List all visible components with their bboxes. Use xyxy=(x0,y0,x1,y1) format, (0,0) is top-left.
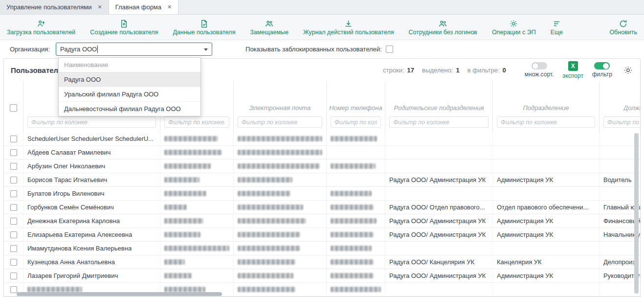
column-filter-input-name[interactable] xyxy=(27,116,156,128)
cell-division xyxy=(493,187,600,200)
settings-gear-icon[interactable] xyxy=(623,65,633,75)
panel-title: Пользователи xyxy=(11,66,63,74)
close-icon[interactable]: ✕ xyxy=(167,4,172,10)
row-checkbox[interactable] xyxy=(10,163,17,170)
filter-control: фильтр xyxy=(592,62,612,78)
column-header-label: Должность xyxy=(623,104,640,112)
column-header-parent[interactable]: Родительские подразделения xyxy=(385,81,493,116)
chevron-down-icon[interactable] xyxy=(204,48,208,51)
column-filter-input-division[interactable] xyxy=(497,116,595,128)
cell-text: Кузнецова Анна Анатольевна xyxy=(27,258,115,266)
toolbar-button-label: Журнал действий пользователя xyxy=(303,29,394,36)
row-checkbox[interactable] xyxy=(10,218,17,225)
multisort-toggle[interactable] xyxy=(532,62,547,69)
cell-name: Кузнецова Анна Анатольевна xyxy=(23,255,160,269)
toolbar-button-refresh[interactable]: Обновить xyxy=(609,19,637,36)
cell-phone xyxy=(327,269,385,282)
row-checkbox[interactable] xyxy=(10,273,17,279)
cell-parent xyxy=(385,146,493,159)
dropdown-option[interactable]: Дальневосточный филиал Радуга ООО xyxy=(59,102,200,116)
cell-text: Администрация УК xyxy=(497,231,553,238)
column-header-division[interactable]: Подразделение xyxy=(493,81,600,116)
table-row[interactable]: Имамутдинова Ксения Валерьевна xyxy=(4,242,640,255)
toolbar-button-label: Данные пользователя xyxy=(173,29,235,36)
cell-text: Булатов Игорь Виленович xyxy=(27,190,104,197)
column-header-position[interactable]: Должность xyxy=(600,81,640,116)
table-row[interactable]: Кузнецова Анна АнатольевнаРадуга ООО/ Ка… xyxy=(4,255,640,269)
toolbar-button-create-user[interactable]: Создание пользователя xyxy=(90,19,158,36)
multisort-control: множ.сорт. xyxy=(525,62,554,78)
cell-parent xyxy=(385,160,493,173)
redacted-text xyxy=(164,287,205,292)
toolbar-button-user-log[interactable]: Журнал действий пользователя xyxy=(303,19,394,36)
toolbar-button-load-users[interactable]: Загрузка пользователей xyxy=(7,19,75,36)
table-row[interactable]: Абдеев Салават Рамилевич xyxy=(4,146,640,160)
tab-user-management[interactable]: Управление пользователями ✕ xyxy=(0,0,109,14)
cell-email xyxy=(234,146,327,159)
close-icon[interactable]: ✕ xyxy=(97,4,102,10)
redacted-text xyxy=(164,246,229,251)
horizontal-scrollbar-thumb[interactable] xyxy=(17,292,222,296)
column-header-email[interactable]: Электронная почта xyxy=(234,81,327,116)
rows-count-label: строки: xyxy=(383,67,404,74)
toolbar-button-substitutes[interactable]: Замещаемые xyxy=(250,19,289,36)
toolbar-button-user-data[interactable]: Данные пользователя xyxy=(173,19,235,36)
filter-toggle[interactable] xyxy=(594,62,610,69)
cell-email xyxy=(234,269,327,282)
table-row[interactable]: Денежная Екатерина КарловнаРадуга ООО/ А… xyxy=(4,214,640,228)
cell-phone xyxy=(327,228,385,241)
cell-text: Абдеев Салават Рамилевич xyxy=(27,149,111,156)
table-row[interactable]: Лазарев Григорий ДмитриевичРадуга ООО/ А… xyxy=(4,269,640,283)
table-row[interactable]: Горбунков Семён СемёновичРадуга ООО/ Отд… xyxy=(4,201,640,214)
cell-login xyxy=(160,214,234,228)
row-checkbox[interactable] xyxy=(10,190,17,197)
table-row[interactable]: SchedulerUser SchedulerUser SchedulerU..… xyxy=(4,132,640,146)
column-header-phone[interactable]: Номер телефона xyxy=(327,81,385,116)
dropdown-option[interactable]: Радуга ООО xyxy=(59,72,200,87)
column-filter-input-position[interactable] xyxy=(603,116,640,128)
redacted-text xyxy=(164,191,206,196)
table-row[interactable]: Борисов Тарас ИгнатьевичРадуга ООО/ Адми… xyxy=(4,173,640,187)
toolbar-button-no-logins[interactable]: Сотрудники без логинов xyxy=(408,19,477,36)
export-button[interactable]: X xyxy=(568,61,578,71)
row-check-cell xyxy=(4,255,23,269)
column-filter-input-phone[interactable] xyxy=(331,116,381,128)
filter-label: фильтр xyxy=(592,71,612,78)
row-checkbox[interactable] xyxy=(10,136,17,142)
dropdown-option[interactable]: Уральский филиал Радуга ООО xyxy=(59,87,200,102)
table-row[interactable]: Булатов Игорь Виленович xyxy=(4,187,640,201)
toolbar-button-label: Операции с ЭП xyxy=(492,29,536,36)
column-header-label: Родительские подразделения xyxy=(394,104,484,112)
cell-phone xyxy=(327,201,385,214)
toolbar-button-label: Загрузка пользователей xyxy=(7,29,75,36)
table-row[interactable]: Елизарьева Екатерина АлексеевнаРадуга ОО… xyxy=(4,228,640,242)
select-all-checkbox[interactable] xyxy=(10,104,17,112)
vertical-scrollbar[interactable] xyxy=(634,133,639,294)
row-checkbox[interactable] xyxy=(10,259,17,266)
table-row[interactable]: Арбузин Олег Николаевич xyxy=(4,160,640,173)
toolbar-button-more[interactable]: Еще xyxy=(551,19,563,36)
tab-main-form[interactable]: Главная форма ✕ xyxy=(109,0,179,14)
organization-combobox[interactable]: Радуга ООО xyxy=(56,43,212,56)
export-control: X экспорт xyxy=(562,61,583,79)
cell-login xyxy=(160,160,234,173)
row-checkbox[interactable] xyxy=(10,231,17,238)
column-filter-input-parent[interactable] xyxy=(389,116,489,128)
cell-parent: Радуга ООО/ Администрация УК xyxy=(385,214,493,228)
cell-parent xyxy=(385,242,493,255)
cell-text: Арбузин Олег Николаевич xyxy=(27,162,105,170)
horizontal-scrollbar[interactable] xyxy=(4,292,640,296)
column-filter-input-email[interactable] xyxy=(238,116,322,128)
row-checkbox[interactable] xyxy=(10,204,17,211)
column-filter-input-login[interactable] xyxy=(164,116,229,128)
row-checkbox[interactable] xyxy=(10,177,17,183)
cell-text: Лазарев Григорий Дмитриевич xyxy=(27,272,118,279)
redacted-text xyxy=(331,205,374,210)
organization-label: Организация: xyxy=(10,46,50,53)
row-checkbox[interactable] xyxy=(10,149,17,156)
show-blocked-checkbox[interactable] xyxy=(386,46,393,53)
redacted-text xyxy=(164,259,185,265)
toolbar-button-ep-operations[interactable]: Операции с ЭП xyxy=(492,19,536,36)
row-checkbox[interactable] xyxy=(10,245,17,252)
vertical-scrollbar-thumb[interactable] xyxy=(634,133,639,294)
